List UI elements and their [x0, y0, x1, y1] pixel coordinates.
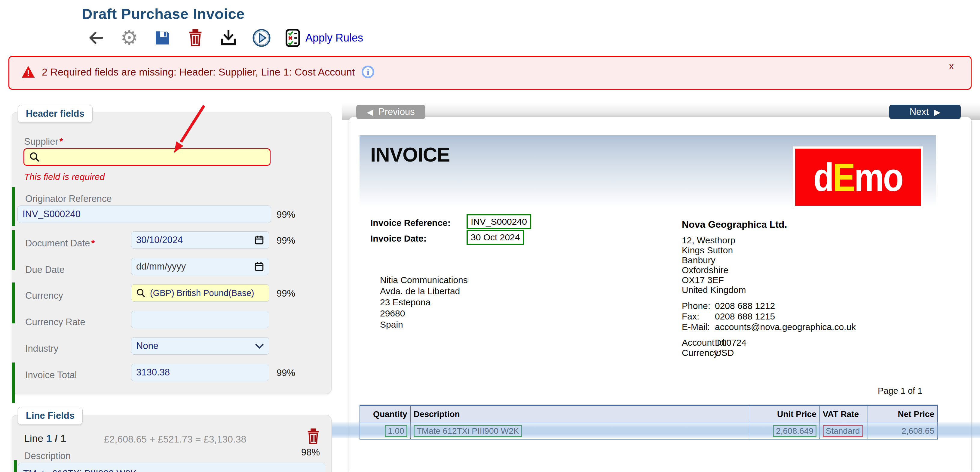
invoice-document-title: INVOICE — [371, 143, 450, 166]
supplier-input[interactable] — [24, 148, 270, 166]
description-header: Description — [410, 406, 750, 423]
gear-glyph: ⚙ — [120, 28, 138, 48]
currency-label: Currency — [25, 290, 63, 301]
originator-reference-confidence: 99% — [277, 209, 295, 220]
calendar-icon[interactable] — [254, 262, 264, 272]
net-price-value: 2,608.65 — [902, 426, 934, 436]
description-value: TMate 612TXi PIII900 W2K — [23, 469, 137, 472]
back-icon[interactable] — [87, 28, 106, 48]
invoice-total-label: Invoice Total — [25, 370, 77, 381]
currency-rate-input[interactable] — [131, 311, 269, 328]
toolbar: ⚙ Apply Rules — [87, 27, 363, 49]
next-label: Next — [910, 107, 929, 117]
svg-text:i: i — [367, 67, 369, 77]
quantity-header: Quantity — [360, 406, 410, 423]
info-icon[interactable]: i — [361, 65, 375, 78]
delete-icon[interactable] — [186, 28, 205, 48]
required-asterisk: * — [59, 136, 63, 147]
description-input[interactable]: TMate 612TXi PIII900 W2K — [18, 463, 325, 472]
currency-input[interactable]: (GBP) British Pound(Base) — [131, 284, 269, 302]
download-icon[interactable] — [219, 28, 238, 48]
industry-value: None — [136, 341, 158, 351]
supplier-address-block: Nitia Communications Avda. de la Liberta… — [380, 274, 468, 330]
due-date-placeholder: dd/mm/yyyy — [136, 261, 186, 272]
app-root: Draft Purchase Invoice ⚙ Apply Rules — [0, 0, 980, 472]
alert-banner: ! 2 Required fields are missing: Header:… — [8, 56, 972, 90]
email-label: E-Mail: — [682, 322, 710, 332]
line-number: 1 — [46, 432, 52, 444]
document-date-input[interactable]: 30/10/2024 — [131, 231, 269, 249]
invoice-total-value: 3130.38 — [136, 367, 170, 378]
currency-confidence: 99% — [277, 288, 295, 299]
previous-triangle-icon: ◀ — [367, 108, 373, 116]
fax-label: Fax: — [682, 311, 699, 322]
header-fields-tab: Header fields — [18, 105, 92, 123]
originator-reference-label: Originator Reference — [25, 193, 112, 204]
document-date-label: Document Date* — [25, 238, 95, 249]
page-title: Draft Purchase Invoice — [82, 5, 245, 22]
buyer-address-block: 12, Westhorp Kings Sutton Banbury Oxford… — [682, 235, 746, 295]
next-page-button[interactable]: Next ▶ — [889, 105, 961, 119]
svg-text:!: ! — [27, 69, 30, 78]
warning-icon: ! — [21, 65, 35, 78]
confidence-bar — [12, 282, 15, 324]
quantity-highlight[interactable]: 1.00 — [385, 425, 407, 437]
currency-rate-label: Currency Rate — [25, 317, 85, 328]
invoice-reference-highlight[interactable]: INV_S000240 — [466, 214, 531, 229]
alert-close-button[interactable]: x — [949, 61, 954, 72]
search-icon — [136, 288, 146, 298]
supplier-error-text: This field is required — [24, 172, 105, 182]
line-count: / 1 — [55, 432, 66, 444]
search-icon — [29, 151, 40, 163]
net-price-header: Net Price — [868, 406, 937, 423]
vat-rate-highlight[interactable]: Standard — [823, 425, 863, 437]
unit-price-highlight[interactable]: 2,608.649 — [773, 425, 816, 437]
confidence-bar — [12, 230, 15, 270]
document-date-value: 30/10/2024 — [136, 234, 183, 246]
document-date-confidence: 99% — [277, 235, 295, 246]
invoice-reference-label: Invoice Reference: — [371, 218, 450, 228]
supplier-label: Supplier* — [24, 136, 63, 147]
next-triangle-icon: ▶ — [934, 108, 940, 116]
apply-rules-button[interactable]: Apply Rules — [285, 29, 363, 47]
due-date-label: Due Date — [25, 265, 65, 275]
fax-value: 0208 688 1215 — [715, 311, 775, 322]
confidence-bar — [12, 362, 15, 403]
demo-logo-text: dEmo — [813, 154, 902, 200]
apply-rules-icon — [285, 29, 301, 47]
demo-logo: dEmo — [793, 147, 923, 208]
table-row: 1.00 TMate 612TXi PIII900 W2K 2,608.649 … — [360, 423, 937, 439]
email-value: accounts@nova.geographica.co.uk — [715, 322, 856, 332]
invoice-date-highlight[interactable]: 30 Oct 2024 — [466, 230, 524, 245]
description-label: Description — [24, 451, 71, 461]
table-header-row: Quantity Description Unit Price VAT Rate… — [360, 406, 937, 423]
confidence-bar — [12, 187, 15, 226]
due-date-input[interactable]: dd/mm/yyyy — [131, 258, 269, 275]
invoice-total-confidence: 99% — [277, 368, 295, 378]
account-id-value: D00724 — [715, 338, 746, 348]
description-highlight[interactable]: TMate 612TXi PIII900 W2K — [414, 425, 522, 437]
previous-page-button[interactable]: ◀ Previous — [356, 105, 425, 119]
calendar-icon[interactable] — [254, 235, 264, 245]
industry-select[interactable]: None — [131, 337, 269, 355]
settings-gear-icon[interactable]: ⚙ — [119, 28, 139, 48]
phone-label: Phone: — [682, 301, 710, 311]
apply-rules-label: Apply Rules — [305, 32, 363, 44]
previous-label: Previous — [379, 107, 415, 117]
chevron-down-icon — [255, 343, 264, 349]
alert-message: 2 Required fields are missing: Header: S… — [42, 66, 355, 78]
invoice-total-input[interactable]: 3130.38 — [131, 364, 269, 381]
confidence-bar — [14, 460, 17, 472]
unit-price-header: Unit Price — [750, 406, 820, 423]
delete-line-icon[interactable] — [306, 428, 320, 445]
originator-reference-input[interactable]: INV_S000240 — [18, 206, 271, 223]
vat-rate-header: VAT Rate — [820, 406, 868, 423]
invoice-line-table: Quantity Description Unit Price VAT Rate… — [360, 405, 938, 440]
save-icon[interactable] — [153, 28, 172, 48]
description-confidence: 98% — [301, 447, 320, 458]
process-play-icon[interactable] — [252, 28, 271, 48]
line-amount-summary: £2,608.65 + £521.73 = £3,130.38 — [104, 434, 246, 445]
required-asterisk: * — [91, 238, 95, 249]
line-fields-tab: Line Fields — [18, 407, 83, 425]
phone-value: 0208 688 1212 — [715, 301, 775, 311]
